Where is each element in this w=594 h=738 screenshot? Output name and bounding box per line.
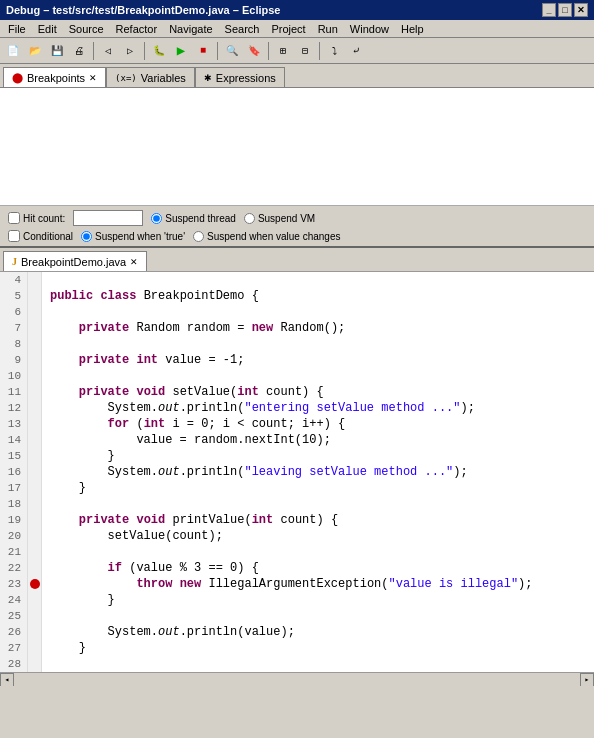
line-marker-23	[28, 576, 42, 592]
code-line-6[interactable]: 6	[0, 304, 594, 320]
code-text-5: public class BreakpointDemo {	[42, 288, 594, 304]
line-marker-6	[28, 304, 42, 320]
maximize-button[interactable]: □	[558, 3, 572, 17]
code-line-9[interactable]: 9 private int value = -1;	[0, 352, 594, 368]
menu-bar: File Edit Source Refactor Navigate Searc…	[0, 20, 594, 38]
code-line-19[interactable]: 19 private void printValue(int count) {	[0, 512, 594, 528]
menu-file[interactable]: File	[2, 22, 32, 36]
search-button[interactable]: 🔍	[222, 41, 242, 61]
code-line-7[interactable]: 7 private Random random = new Random();	[0, 320, 594, 336]
open-button[interactable]: 📂	[25, 41, 45, 61]
tab-breakpoints[interactable]: ⬤ Breakpoints ✕	[3, 67, 106, 87]
step-over-button[interactable]: ⤵	[324, 41, 344, 61]
code-line-13[interactable]: 13 for (int i = 0; i < count; i++) {	[0, 416, 594, 432]
code-line-27[interactable]: 27 }	[0, 640, 594, 656]
forward-button[interactable]: ▷	[120, 41, 140, 61]
line-number-25: 25	[0, 608, 28, 624]
code-text-17: }	[42, 480, 594, 496]
title-bar: Debug – test/src/test/BreakpointDemo.jav…	[0, 0, 594, 20]
code-line-4[interactable]: 4	[0, 272, 594, 288]
tab-variables[interactable]: (x=) Variables	[106, 67, 195, 87]
hit-count-checkbox[interactable]: Hit count:	[8, 212, 65, 224]
code-line-23[interactable]: 23 throw new IllegalArgumentException("v…	[0, 576, 594, 592]
code-text-18	[42, 496, 594, 512]
code-line-26[interactable]: 26 System.out.println(value);	[0, 624, 594, 640]
line-number-18: 18	[0, 496, 28, 512]
code-line-11[interactable]: 11 private void setValue(int count) {	[0, 384, 594, 400]
minimize-button[interactable]: _	[542, 3, 556, 17]
code-text-24: }	[42, 592, 594, 608]
breakpoints-panel: Hit count: Suspend thread Suspend VM Con…	[0, 88, 594, 248]
code-text-25	[42, 608, 594, 624]
menu-edit[interactable]: Edit	[32, 22, 63, 36]
suspend-value-input[interactable]	[193, 231, 204, 242]
code-line-18[interactable]: 18	[0, 496, 594, 512]
editor-tab-breakpointdemo[interactable]: J BreakpointDemo.java ✕	[3, 251, 147, 271]
line-marker-12	[28, 400, 42, 416]
menu-help[interactable]: Help	[395, 22, 430, 36]
bookmark-button[interactable]: 🔖	[244, 41, 264, 61]
code-text-7: private Random random = new Random();	[42, 320, 594, 336]
stop-button[interactable]: ■	[193, 41, 213, 61]
line-marker-13	[28, 416, 42, 432]
breakpoints-content	[0, 88, 594, 205]
line-number-6: 6	[0, 304, 28, 320]
conditional-check[interactable]	[8, 230, 20, 242]
editor-tab-close[interactable]: ✕	[130, 257, 138, 267]
code-line-25[interactable]: 25	[0, 608, 594, 624]
suspend-vm-input[interactable]	[244, 213, 255, 224]
console-button[interactable]: ⊟	[295, 41, 315, 61]
horizontal-scrollbar[interactable]: ◂ ▸	[0, 672, 594, 686]
code-line-20[interactable]: 20 setValue(count);	[0, 528, 594, 544]
hit-count-check[interactable]	[8, 212, 20, 224]
code-line-14[interactable]: 14 value = random.nextInt(10);	[0, 432, 594, 448]
line-marker-27	[28, 640, 42, 656]
tab-expressions[interactable]: ✱ Expressions	[195, 67, 285, 87]
print-button[interactable]: 🖨	[69, 41, 89, 61]
suspend-value-label: Suspend when value changes	[207, 231, 340, 242]
code-line-24[interactable]: 24 }	[0, 592, 594, 608]
step-into-button[interactable]: ⤶	[346, 41, 366, 61]
line-marker-21	[28, 544, 42, 560]
run-button[interactable]: ▶	[171, 41, 191, 61]
suspend-true-input[interactable]	[81, 231, 92, 242]
code-line-17[interactable]: 17 }	[0, 480, 594, 496]
menu-project[interactable]: Project	[265, 22, 311, 36]
code-area[interactable]: 45public class BreakpointDemo {67 privat…	[0, 272, 594, 672]
code-line-21[interactable]: 21	[0, 544, 594, 560]
code-text-11: private void setValue(int count) {	[42, 384, 594, 400]
menu-navigate[interactable]: Navigate	[163, 22, 218, 36]
suspend-vm-radio[interactable]: Suspend VM	[244, 213, 315, 224]
code-line-8[interactable]: 8	[0, 336, 594, 352]
debug-button[interactable]: 🐛	[149, 41, 169, 61]
scroll-right-button[interactable]: ▸	[580, 673, 594, 687]
menu-window[interactable]: Window	[344, 22, 395, 36]
code-line-12[interactable]: 12 System.out.println("entering setValue…	[0, 400, 594, 416]
code-line-22[interactable]: 22 if (value % 3 == 0) {	[0, 560, 594, 576]
code-line-16[interactable]: 16 System.out.println("leaving setValue …	[0, 464, 594, 480]
save-button[interactable]: 💾	[47, 41, 67, 61]
new-button[interactable]: 📄	[3, 41, 23, 61]
code-line-15[interactable]: 15 }	[0, 448, 594, 464]
code-line-5[interactable]: 5public class BreakpointDemo {	[0, 288, 594, 304]
suspend-thread-input[interactable]	[151, 213, 162, 224]
suspend-value-radio[interactable]: Suspend when value changes	[193, 231, 340, 242]
menu-refactor[interactable]: Refactor	[110, 22, 164, 36]
menu-run[interactable]: Run	[312, 22, 344, 36]
back-button[interactable]: ◁	[98, 41, 118, 61]
perspective-button[interactable]: ⊞	[273, 41, 293, 61]
tab-breakpoints-close[interactable]: ✕	[89, 73, 97, 83]
suspend-thread-radio[interactable]: Suspend thread	[151, 213, 236, 224]
scroll-track[interactable]	[14, 675, 580, 685]
code-line-28[interactable]: 28	[0, 656, 594, 672]
scroll-left-button[interactable]: ◂	[0, 673, 14, 687]
suspend-true-radio[interactable]: Suspend when 'true'	[81, 231, 185, 242]
hit-count-input[interactable]	[73, 210, 143, 226]
conditional-checkbox[interactable]: Conditional	[8, 230, 73, 242]
menu-search[interactable]: Search	[219, 22, 266, 36]
code-text-22: if (value % 3 == 0) {	[42, 560, 594, 576]
code-line-10[interactable]: 10	[0, 368, 594, 384]
close-button[interactable]: ✕	[574, 3, 588, 17]
line-number-17: 17	[0, 480, 28, 496]
menu-source[interactable]: Source	[63, 22, 110, 36]
